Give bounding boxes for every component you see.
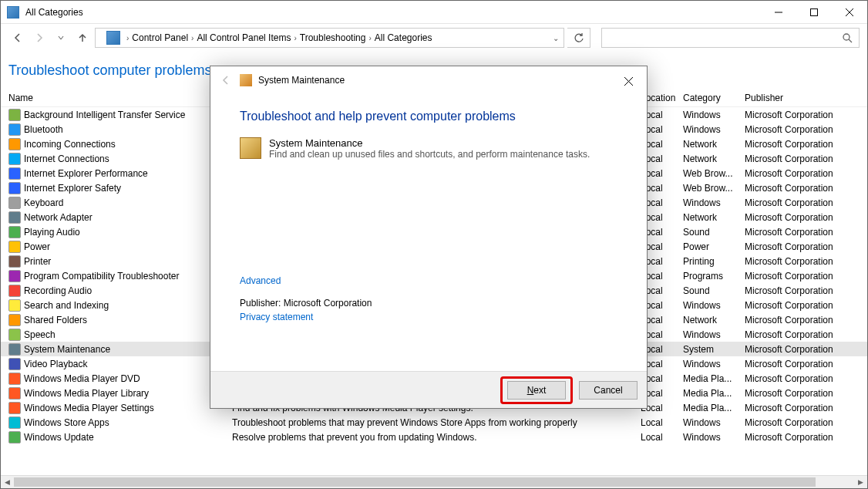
row-publisher: Microsoft Corporation <box>745 183 867 194</box>
row-category: Windows <box>683 432 745 443</box>
row-publisher: Microsoft Corporation <box>745 285 867 296</box>
dialog-title: Troubleshoot and help prevent computer p… <box>240 110 617 123</box>
row-category: Windows <box>683 124 745 135</box>
row-location: Local <box>641 417 683 428</box>
dialog-header: System Maintenance <box>210 66 647 94</box>
item-icon <box>8 109 21 121</box>
row-publisher: Microsoft Corporation <box>745 227 867 238</box>
item-icon <box>8 226 21 238</box>
col-header-publisher[interactable]: Publisher <box>745 93 867 103</box>
refresh-button[interactable] <box>567 28 590 48</box>
breadcrumb-item[interactable]: All Control Panel Items <box>197 32 291 43</box>
close-button[interactable] <box>832 1 867 24</box>
row-publisher: Microsoft Corporation <box>745 197 867 208</box>
chevron-right-icon: › <box>126 34 129 42</box>
publisher-value: Microsoft Corporation <box>284 298 372 309</box>
row-publisher: Microsoft Corporation <box>745 403 867 413</box>
dialog-item-name: System Maintenance <box>269 137 590 149</box>
dialog-publisher: Publisher: Microsoft Corporation <box>240 298 617 309</box>
row-name: Windows Media Player Library <box>24 388 149 399</box>
privacy-link[interactable]: Privacy statement <box>240 312 313 322</box>
row-publisher: Microsoft Corporation <box>745 212 867 223</box>
row-category: Network <box>683 315 745 325</box>
breadcrumb-item[interactable]: Troubleshooting <box>300 32 366 43</box>
row-publisher: Microsoft Corporation <box>745 271 867 282</box>
row-name: Network Adapter <box>24 212 93 223</box>
item-icon <box>8 329 21 341</box>
item-icon <box>8 343 21 356</box>
row-name: Keyboard <box>24 197 63 208</box>
item-icon <box>8 123 21 136</box>
window-title: All Categories <box>25 7 761 18</box>
row-category: Printing <box>683 256 745 267</box>
address-bar[interactable]: › Control Panel › All Control Panel Item… <box>95 28 564 48</box>
row-name: System Maintenance <box>24 344 110 355</box>
row-name: Speech <box>24 329 56 340</box>
row-category: Sound <box>683 227 745 238</box>
item-icon <box>8 358 21 370</box>
dialog-body: Troubleshoot and help prevent computer p… <box>210 94 647 371</box>
row-category: Windows <box>683 359 745 369</box>
item-icon <box>8 285 21 297</box>
svg-rect-1 <box>811 8 818 15</box>
app-icon <box>7 6 19 19</box>
row-name: Recording Audio <box>24 285 92 296</box>
item-icon <box>8 416 21 429</box>
dialog-header-icon <box>240 74 252 86</box>
back-button[interactable] <box>8 29 27 47</box>
col-header-name[interactable]: Name <box>1 93 232 103</box>
row-name: Internet Explorer Performance <box>24 168 148 179</box>
nav-toolbar: › Control Panel › All Control Panel Item… <box>1 24 867 52</box>
item-icon <box>8 373 21 385</box>
item-icon <box>8 402 21 414</box>
next-button[interactable]: Next <box>507 381 566 400</box>
row-name: Incoming Connections <box>24 139 116 150</box>
up-button[interactable] <box>73 29 92 47</box>
row-publisher: Microsoft Corporation <box>745 256 867 267</box>
row-category: Web Brow... <box>683 168 745 179</box>
row-publisher: Microsoft Corporation <box>745 124 867 135</box>
search-input[interactable] <box>601 28 860 48</box>
row-publisher: Microsoft Corporation <box>745 373 867 384</box>
dialog-close-button[interactable] <box>613 69 644 93</box>
advanced-link[interactable]: Advanced <box>240 275 281 286</box>
row-publisher: Microsoft Corporation <box>745 168 867 179</box>
scroll-left-icon[interactable]: ◀ <box>1 476 14 488</box>
table-row[interactable]: Windows Store AppsTroubleshoot problems … <box>1 415 867 430</box>
window-titlebar: All Categories <box>1 1 867 24</box>
forward-button[interactable] <box>30 29 49 47</box>
row-desc: Resolve problems that prevent you from u… <box>232 432 641 443</box>
row-publisher: Microsoft Corporation <box>745 388 867 399</box>
row-category: Media Pla... <box>683 373 745 384</box>
row-name: Search and Indexing <box>24 300 109 311</box>
row-name: Windows Media Player DVD <box>24 373 140 384</box>
col-header-category[interactable]: Category <box>683 93 745 103</box>
item-icon <box>8 153 21 165</box>
dialog-back-button[interactable] <box>217 71 235 89</box>
row-name: Video Playback <box>24 359 88 369</box>
row-name: Bluetooth <box>24 124 63 135</box>
row-category: Windows <box>683 417 745 428</box>
item-icon <box>8 299 21 312</box>
recent-dropdown[interactable] <box>52 29 70 47</box>
maximize-button[interactable] <box>796 1 832 24</box>
chevron-down-icon[interactable]: ⌄ <box>553 34 559 42</box>
breadcrumb-item[interactable]: Control Panel <box>132 32 188 43</box>
row-publisher: Microsoft Corporation <box>745 241 867 252</box>
cancel-button[interactable]: Cancel <box>579 381 638 400</box>
horizontal-scrollbar[interactable]: ◀ ▶ <box>1 475 867 488</box>
breadcrumb-item[interactable]: All Categories <box>375 32 432 43</box>
row-publisher: Microsoft Corporation <box>745 329 867 340</box>
chevron-right-icon: › <box>191 34 193 42</box>
scroll-right-icon[interactable]: ▶ <box>854 476 867 488</box>
row-publisher: Microsoft Corporation <box>745 315 867 325</box>
row-publisher: Microsoft Corporation <box>745 300 867 311</box>
minimize-button[interactable] <box>761 1 796 24</box>
row-publisher: Microsoft Corporation <box>745 432 867 443</box>
scroll-thumb[interactable] <box>14 477 816 487</box>
row-category: Programs <box>683 271 745 282</box>
table-row[interactable]: Windows UpdateResolve problems that prev… <box>1 430 867 444</box>
item-icon <box>8 167 21 180</box>
row-category: Power <box>683 241 745 252</box>
row-category: Windows <box>683 110 745 120</box>
